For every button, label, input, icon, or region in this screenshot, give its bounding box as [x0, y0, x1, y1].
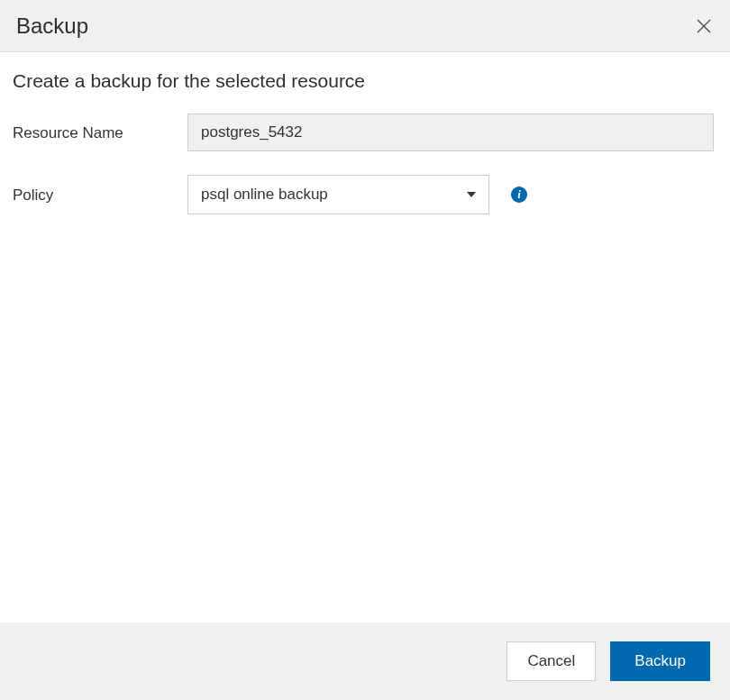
dialog-footer: Cancel Backup	[0, 623, 730, 700]
dialog-header: Backup	[0, 0, 730, 52]
backup-button[interactable]: Backup	[610, 641, 710, 681]
close-icon[interactable]	[694, 16, 714, 36]
resource-name-label: Resource Name	[13, 123, 187, 142]
info-icon[interactable]: i	[511, 186, 527, 203]
policy-row: Policy psql online backup i	[13, 175, 717, 214]
resource-name-row: Resource Name postgres_5432	[13, 114, 717, 151]
dialog-body: Create a backup for the selected resourc…	[0, 52, 730, 623]
chevron-down-icon	[467, 192, 476, 197]
dialog-subtitle: Create a backup for the selected resourc…	[13, 70, 717, 92]
policy-select[interactable]: psql online backup	[187, 175, 489, 214]
policy-select-wrapper: psql online backup i	[187, 175, 527, 214]
dialog-title: Backup	[16, 14, 88, 39]
policy-label: Policy	[13, 185, 187, 205]
policy-selected-value: psql online backup	[201, 186, 328, 204]
cancel-button[interactable]: Cancel	[506, 641, 596, 681]
resource-name-field: postgres_5432	[187, 114, 714, 151]
